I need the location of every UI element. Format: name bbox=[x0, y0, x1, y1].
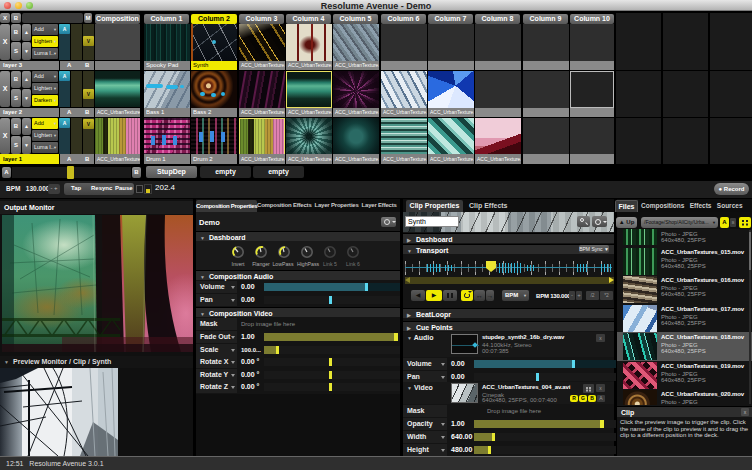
svg-text:Flanger: Flanger bbox=[252, 261, 270, 267]
svg-text:Link 6: Link 6 bbox=[346, 261, 360, 267]
svg-text:Invert: Invert bbox=[232, 261, 246, 267]
svg-text:Link 5: Link 5 bbox=[323, 261, 337, 267]
svg-text:LowPass: LowPass bbox=[272, 261, 293, 267]
svg-text:HighPass: HighPass bbox=[297, 261, 320, 267]
